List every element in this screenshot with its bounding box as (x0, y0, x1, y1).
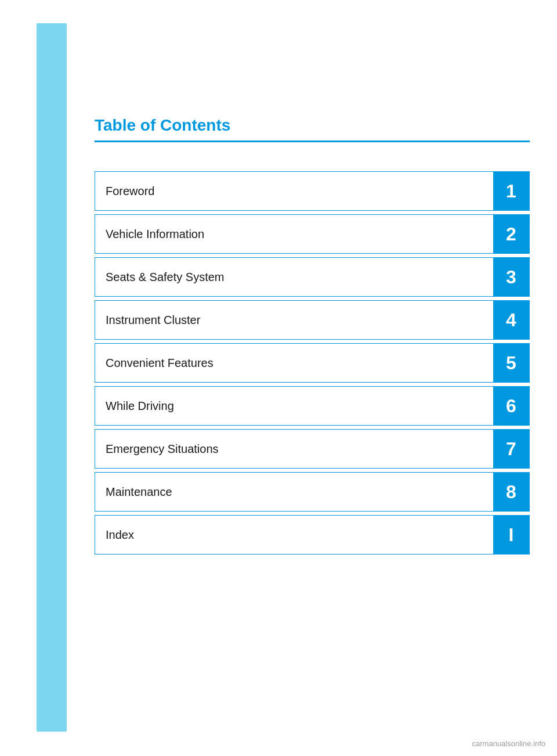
toc-item[interactable]: Vehicle Information2 (95, 214, 530, 254)
toc-item[interactable]: Maintenance8 (95, 472, 530, 512)
title-underline (95, 141, 530, 142)
toc-item-number: 8 (493, 473, 529, 511)
left-accent-bar (37, 23, 67, 732)
toc-item-number: 2 (493, 215, 529, 253)
toc-item[interactable]: Convenient Features5 (95, 343, 530, 383)
toc-item-number: 6 (493, 387, 529, 425)
toc-item-number: 4 (493, 301, 529, 339)
toc-item-label: Foreword (95, 172, 493, 210)
toc-item[interactable]: Instrument Cluster4 (95, 300, 530, 340)
page-title: Table of Contents (95, 116, 530, 135)
toc-item[interactable]: IndexI (95, 515, 530, 555)
toc-item-label: Instrument Cluster (95, 301, 493, 339)
main-content: Table of Contents Foreword1Vehicle Infor… (95, 116, 530, 555)
toc-item-number: 1 (493, 172, 529, 210)
toc-item-label: While Driving (95, 387, 493, 425)
toc-item-number: 5 (493, 344, 529, 382)
toc-item-label: Index (95, 516, 493, 554)
toc-item-label: Emergency Situations (95, 430, 493, 468)
toc-item-number: I (493, 516, 529, 554)
toc-list: Foreword1Vehicle Information2Seats & Saf… (95, 171, 530, 555)
toc-item[interactable]: While Driving6 (95, 386, 530, 426)
footer-watermark: carmanualsonline.info (472, 739, 545, 748)
toc-item-number: 3 (493, 258, 529, 296)
toc-item[interactable]: Emergency Situations7 (95, 429, 530, 469)
toc-item[interactable]: Foreword1 (95, 171, 530, 211)
toc-item-label: Vehicle Information (95, 215, 493, 253)
toc-item-number: 7 (493, 430, 529, 468)
toc-item-label: Maintenance (95, 473, 493, 511)
toc-item-label: Seats & Safety System (95, 258, 493, 296)
toc-item[interactable]: Seats & Safety System3 (95, 257, 530, 297)
toc-item-label: Convenient Features (95, 344, 493, 382)
